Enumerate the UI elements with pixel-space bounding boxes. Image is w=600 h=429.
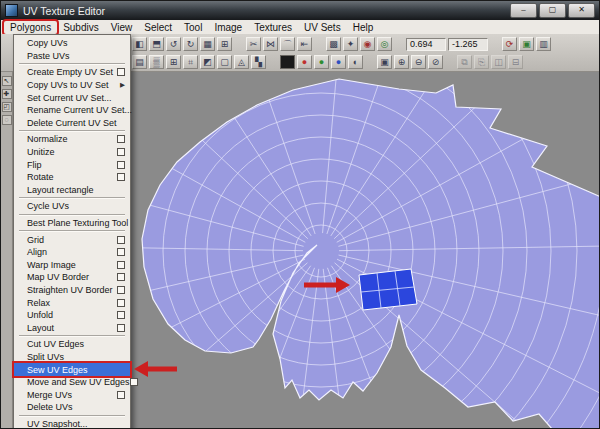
option-box-icon[interactable] — [117, 286, 125, 294]
option-box-icon[interactable] — [117, 148, 125, 156]
shade-uvs-icon[interactable]: ◩ — [200, 55, 215, 69]
menu-item-delete-current-uv-set[interactable]: Delete Current UV Set — [14, 117, 130, 130]
menu-item-normalize[interactable]: Normalize — [14, 133, 130, 146]
flip-u-icon[interactable]: ◧ — [132, 37, 147, 51]
cut-uv-edges-icon[interactable]: ✂ — [246, 37, 261, 51]
menu-item-uv-snapshot[interactable]: UV Snapshot... — [14, 418, 130, 429]
flip-v-icon[interactable]: ⬒ — [149, 37, 164, 51]
menu-item-rename-current-uv-set[interactable]: Rename Current UV Set... — [14, 104, 130, 117]
option-box-icon[interactable] — [117, 135, 125, 143]
option-box-icon[interactable] — [117, 236, 125, 244]
option-box-icon[interactable] — [117, 173, 125, 181]
option-box-icon[interactable] — [117, 68, 125, 76]
option-box-icon[interactable] — [117, 261, 125, 269]
selected-uv-face[interactable] — [359, 269, 417, 310]
menu-item-rotate[interactable]: Rotate — [14, 171, 130, 184]
minimize-button[interactable]: – — [510, 3, 537, 18]
uv-lattice-icon[interactable]: ▩ — [326, 37, 341, 51]
option-box-icon[interactable] — [130, 378, 138, 386]
rotate-cw-icon[interactable]: ↻ — [183, 37, 198, 51]
refresh-image-icon[interactable]: ⟳ — [502, 37, 517, 51]
menubar-item-subdivs[interactable]: Subdivs — [57, 21, 105, 34]
pixel-snap-icon[interactable]: ⌗ — [183, 55, 198, 69]
view-grid-icon[interactable]: ⊞ — [166, 55, 181, 69]
lasso-tool-icon[interactable]: ◌ — [2, 115, 12, 125]
scale-tool-icon[interactable]: ◰ — [2, 102, 12, 112]
option-box-icon[interactable] — [117, 161, 125, 169]
menubar-item-polygons[interactable]: Polygons — [4, 21, 57, 34]
menubar-item-image[interactable]: Image — [208, 21, 248, 34]
move-tool-icon[interactable]: ✚ — [2, 89, 12, 99]
dim-image-icon[interactable]: ▒ — [149, 55, 164, 69]
menu-item-create-empty-uv-set[interactable]: Create Empty UV Set — [14, 66, 130, 79]
uv-shell[interactable] — [142, 79, 600, 429]
select-tool-icon[interactable]: ↖ — [2, 76, 12, 86]
green-channel-icon[interactable]: ● — [314, 55, 329, 69]
layout-uvs-icon[interactable]: ▦ — [200, 37, 215, 51]
uv-smooth-icon[interactable]: ◉ — [360, 37, 375, 51]
paste-uvs-icon[interactable]: ⎘ — [474, 55, 489, 69]
menu-item-unfold[interactable]: Unfold — [14, 309, 130, 322]
menu-item-cut-uv-edges[interactable]: Cut UV Edges — [14, 338, 130, 351]
smudge-uv-icon[interactable]: ✦ — [343, 37, 358, 51]
copy-uvs-icon[interactable]: ⧉ — [457, 55, 472, 69]
rotate-ccw-icon[interactable]: ↺ — [166, 37, 181, 51]
menu-item-split-uvs[interactable]: Split UVs — [14, 351, 130, 364]
menu-item-best-plane-texturing-tool[interactable]: Best Plane Texturing Tool — [14, 217, 130, 230]
isolate-remove-icon[interactable]: ⊖ — [411, 55, 426, 69]
menu-item-copy-uvs[interactable]: Copy UVs — [14, 37, 130, 50]
menu-item-layout-rectangle[interactable]: Layout rectangle — [14, 184, 130, 197]
option-box-icon[interactable] — [117, 311, 125, 319]
v-value-field[interactable]: -1.265 — [448, 38, 488, 51]
distortion-icon[interactable]: ◬ — [234, 55, 249, 69]
menu-item-map-uv-border[interactable]: Map UV Border — [14, 271, 130, 284]
option-box-icon[interactable] — [117, 273, 125, 281]
pin-uv-icon[interactable]: ◎ — [377, 37, 392, 51]
texture-borders-icon[interactable]: ▢ — [217, 55, 232, 69]
menubar-item-view[interactable]: View — [105, 21, 139, 34]
menu-item-cycle-uvs[interactable]: Cycle UVs — [14, 200, 130, 213]
menu-item-grid[interactable]: Grid — [14, 233, 130, 246]
menu-item-delete-uvs[interactable]: Delete UVs — [14, 401, 130, 414]
uv-snapshot-icon[interactable]: ▣ — [519, 37, 534, 51]
grid-uvs-icon[interactable]: ⊞ — [217, 37, 232, 51]
menu-item-relax[interactable]: Relax — [14, 296, 130, 309]
alpha-channel-icon[interactable]: ◐ — [348, 55, 363, 69]
isolate-add-icon[interactable]: ⊕ — [394, 55, 409, 69]
tile-display-icon[interactable]: ▥ — [536, 37, 551, 51]
menu-item-warp-image[interactable]: Warp Image — [14, 259, 130, 272]
menubar-item-help[interactable]: Help — [347, 21, 380, 34]
maximize-button[interactable]: ▢ — [539, 3, 566, 18]
paste-v-icon[interactable]: ⊟ — [508, 55, 523, 69]
option-box-icon[interactable] — [117, 324, 125, 332]
menu-item-layout[interactable]: Layout — [14, 321, 130, 334]
menubar-item-select[interactable]: Select — [138, 21, 178, 34]
option-box-icon[interactable] — [117, 299, 125, 307]
menubar-item-uv-sets[interactable]: UV Sets — [298, 21, 347, 34]
red-channel-icon[interactable]: ● — [297, 55, 312, 69]
paste-u-icon[interactable]: ◫ — [491, 55, 506, 69]
menu-item-copy-uvs-to-uv-set[interactable]: Copy UVs to UV Set▶ — [14, 79, 130, 92]
menu-item-unitize[interactable]: Unitize — [14, 146, 130, 159]
title-bar[interactable]: UV Texture Editor – ▢ ✕ — [1, 1, 599, 20]
isolate-clear-icon[interactable]: ⊘ — [428, 55, 443, 69]
option-box-icon[interactable] — [117, 391, 125, 399]
menu-item-move-and-sew-uv-edges[interactable]: Move and Sew UV Edges — [14, 376, 130, 389]
sew-uv-edges-icon[interactable]: ⌒ — [280, 37, 295, 51]
menu-item-straighten-uv-border[interactable]: Straighten UV Border — [14, 284, 130, 297]
isolate-select-icon[interactable]: ▣ — [377, 55, 392, 69]
menu-item-set-current-uv-set[interactable]: Set Current UV Set... — [14, 91, 130, 104]
menu-item-merge-uvs[interactable]: Merge UVs — [14, 388, 130, 401]
u-value-field[interactable]: 0.694 — [406, 38, 446, 51]
menu-item-sew-uv-edges[interactable]: Sew UV Edges — [14, 363, 130, 376]
menubar-item-textures[interactable]: Textures — [248, 21, 298, 34]
close-button[interactable]: ✕ — [568, 3, 595, 18]
menu-item-paste-uvs[interactable]: Paste UVs — [14, 50, 130, 63]
move-and-sew-icon[interactable]: ⇤ — [297, 37, 312, 51]
option-box-icon[interactable] — [117, 248, 125, 256]
blue-channel-icon[interactable]: ● — [331, 55, 346, 69]
display-image-icon[interactable]: ▤ — [132, 55, 147, 69]
menubar-item-tool[interactable]: Tool — [178, 21, 208, 34]
background-color-swatch[interactable] — [280, 55, 295, 69]
checker-icon[interactable]: ▚ — [251, 55, 266, 69]
